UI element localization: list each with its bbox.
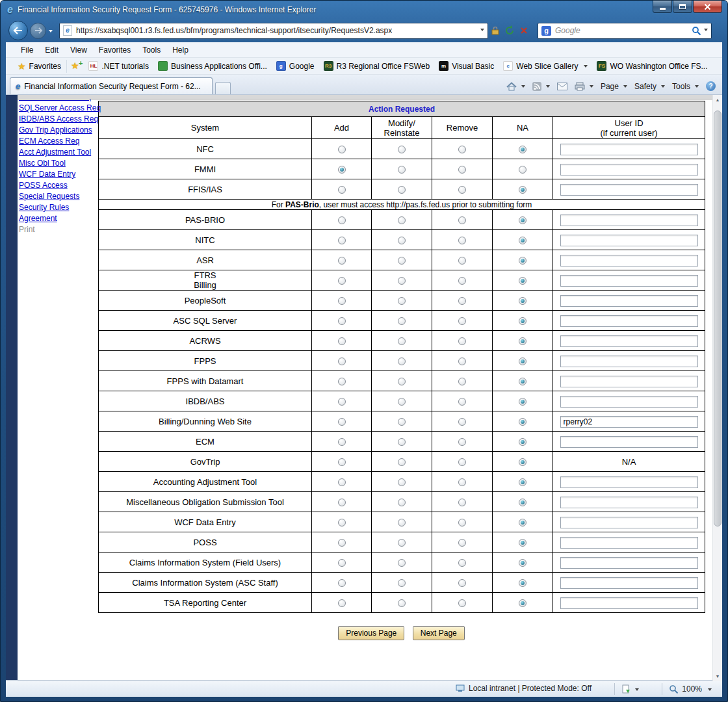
search-magnifier-icon[interactable] <box>692 26 701 36</box>
user-id-input[interactable] <box>560 275 698 287</box>
favorite-link[interactable]: R3R3 Regional Office FSWeb <box>319 59 435 73</box>
radio-add[interactable] <box>338 478 346 486</box>
radio-remove[interactable] <box>458 337 466 345</box>
radio-na[interactable] <box>519 499 526 506</box>
user-id-input[interactable] <box>560 517 698 528</box>
radio-na[interactable] <box>519 458 526 466</box>
radio-modify[interactable] <box>398 146 406 153</box>
radio-remove[interactable] <box>458 579 466 587</box>
radio-add[interactable] <box>338 499 346 506</box>
favorite-link[interactable]: mVisual Basic <box>434 59 499 73</box>
radio-add[interactable] <box>338 317 346 325</box>
home-button[interactable] <box>506 82 525 91</box>
user-id-input[interactable] <box>560 376 698 387</box>
radio-remove[interactable] <box>458 398 466 406</box>
radio-add[interactable] <box>338 418 346 426</box>
scroll-up-icon[interactable]: ▲ <box>713 95 722 105</box>
radio-modify[interactable] <box>398 358 406 365</box>
radio-modify[interactable] <box>398 478 406 486</box>
feeds-button[interactable] <box>532 82 550 91</box>
radio-remove[interactable] <box>458 499 466 506</box>
menu-item-edit[interactable]: Edit <box>39 44 64 57</box>
radio-modify[interactable] <box>398 237 406 244</box>
radio-na[interactable] <box>519 559 526 567</box>
radio-add[interactable] <box>338 146 346 153</box>
sidebar-item[interactable]: SQLServer Access Req <box>19 103 99 114</box>
radio-modify[interactable] <box>398 378 406 385</box>
user-id-input[interactable] <box>560 396 698 408</box>
sidebar-item[interactable]: Agreement <box>19 213 99 224</box>
page-menu-button[interactable]: Page <box>601 82 627 91</box>
radio-modify[interactable] <box>398 398 406 406</box>
radio-modify[interactable] <box>398 539 406 547</box>
sidebar-item[interactable]: Special Requests <box>19 191 99 202</box>
radio-remove[interactable] <box>458 297 466 305</box>
radio-remove[interactable] <box>458 438 466 446</box>
radio-remove[interactable] <box>458 378 466 385</box>
radio-add[interactable] <box>338 398 346 406</box>
radio-modify[interactable] <box>398 438 406 446</box>
radio-remove[interactable] <box>458 599 466 607</box>
radio-modify[interactable] <box>398 186 406 194</box>
radio-remove[interactable] <box>458 539 466 547</box>
favorite-link[interactable]: gGoogle <box>272 59 319 73</box>
radio-add[interactable] <box>338 378 346 385</box>
back-button[interactable] <box>8 21 28 40</box>
radio-na[interactable] <box>519 186 526 194</box>
user-id-input[interactable] <box>560 315 698 327</box>
user-id-input[interactable] <box>560 557 698 569</box>
radio-na[interactable] <box>519 579 526 587</box>
safety-menu-button[interactable]: Safety <box>634 82 665 91</box>
radio-remove[interactable] <box>458 559 466 567</box>
radio-modify[interactable] <box>398 277 406 285</box>
user-id-input[interactable] <box>560 537 698 549</box>
user-id-input[interactable] <box>560 356 698 367</box>
radio-na[interactable] <box>519 257 526 265</box>
radio-remove[interactable] <box>458 478 466 486</box>
radio-modify[interactable] <box>398 599 406 607</box>
scrollbar-thumb[interactable] <box>714 110 722 526</box>
radio-na[interactable] <box>519 478 526 486</box>
radio-remove[interactable] <box>458 317 466 325</box>
previous-page-button[interactable]: Previous Page <box>338 626 404 640</box>
radio-remove[interactable] <box>458 166 466 174</box>
sidebar-item[interactable]: IBDB/ABS Access Req <box>19 114 99 125</box>
user-id-input[interactable] <box>560 497 698 508</box>
radio-remove[interactable] <box>458 277 466 285</box>
radio-na[interactable] <box>519 166 526 174</box>
radio-na[interactable] <box>519 378 526 385</box>
url-dropdown-chevron[interactable] <box>480 29 484 33</box>
close-button[interactable] <box>693 1 722 13</box>
status-page-tools[interactable] <box>614 683 639 695</box>
radio-add[interactable] <box>338 358 346 365</box>
radio-add[interactable] <box>338 216 346 224</box>
radio-remove[interactable] <box>458 358 466 365</box>
radio-modify[interactable] <box>398 418 406 426</box>
user-id-input[interactable] <box>560 597 698 609</box>
user-id-input[interactable] <box>560 184 698 196</box>
radio-remove[interactable] <box>458 418 466 426</box>
radio-add[interactable] <box>338 277 346 285</box>
radio-modify[interactable] <box>398 297 406 305</box>
maximize-button[interactable] <box>673 1 692 13</box>
user-id-input[interactable] <box>560 335 698 347</box>
favorite-link[interactable]: Business Applications Offi... <box>153 59 272 73</box>
search-dropdown-chevron[interactable] <box>704 29 708 33</box>
user-id-input[interactable] <box>560 416 698 428</box>
radio-na[interactable] <box>519 216 526 224</box>
radio-add[interactable] <box>338 166 346 174</box>
radio-add[interactable] <box>338 559 346 567</box>
radio-modify[interactable] <box>398 257 406 265</box>
user-id-input[interactable] <box>560 295 698 307</box>
user-id-input[interactable] <box>560 476 698 488</box>
radio-modify[interactable] <box>398 579 406 587</box>
next-page-button[interactable]: Next Page <box>413 626 465 640</box>
user-id-input[interactable] <box>560 436 698 448</box>
radio-add[interactable] <box>338 337 346 345</box>
history-dropdown-chevron[interactable] <box>49 30 53 34</box>
sidebar-item[interactable]: POSS Access <box>19 180 99 191</box>
favorites-button[interactable]: ★ Favorites <box>12 60 67 73</box>
help-button[interactable]: ? <box>706 81 716 91</box>
radio-modify[interactable] <box>398 337 406 345</box>
print-button[interactable] <box>575 82 593 91</box>
